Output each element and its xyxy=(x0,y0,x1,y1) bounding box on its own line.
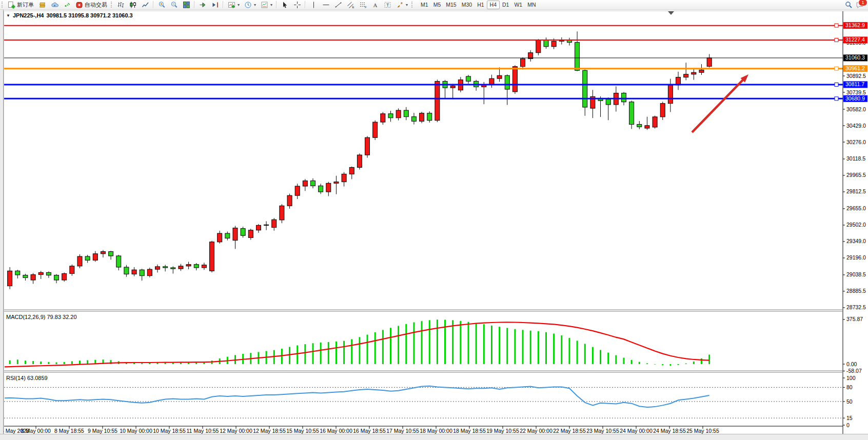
tab-timeframe-mn[interactable]: MN xyxy=(525,1,538,9)
new-order-label: 新订单 xyxy=(17,1,34,9)
candle-up xyxy=(62,274,67,281)
price-tick-label: 28885.5 xyxy=(846,288,866,294)
hline-handle[interactable] xyxy=(835,83,838,86)
candle-down xyxy=(116,256,121,267)
chart-shift-button[interactable] xyxy=(209,1,221,9)
candle-up xyxy=(334,182,339,184)
tab-timeframe-d1[interactable]: D1 xyxy=(500,1,511,9)
toolbar-grip[interactable] xyxy=(111,2,113,8)
arrows-icon xyxy=(396,1,404,9)
text-icon: A xyxy=(371,1,379,9)
candle-down xyxy=(629,102,634,125)
candle-up xyxy=(256,225,261,230)
chat-icon[interactable]: 1 xyxy=(856,1,864,9)
tab-timeframe-m5[interactable]: M5 xyxy=(431,1,444,9)
timeframe-group: M1 M5 M15 M30 H1 H4 D1 W1 MN xyxy=(418,1,538,9)
fibonacci-icon: F xyxy=(359,1,367,9)
tab-timeframe-h1[interactable]: H1 xyxy=(475,1,486,9)
fibonacci-button[interactable]: F xyxy=(357,1,369,9)
price-tick-label: 28732.5 xyxy=(846,304,866,310)
candle-up xyxy=(420,113,424,122)
time-tick-label: 25 May 10:55 xyxy=(686,428,719,434)
tab-timeframe-w1[interactable]: W1 xyxy=(511,1,525,9)
candle-up xyxy=(326,183,331,192)
svg-text:30961.2: 30961.2 xyxy=(845,65,865,71)
toolbar: 新订单 自动交易 xyxy=(0,0,868,10)
hline-handle[interactable] xyxy=(835,38,838,42)
candle-up xyxy=(179,266,183,269)
candle-up xyxy=(497,75,502,78)
ohlc-bars-icon xyxy=(116,1,125,9)
trendline-button[interactable] xyxy=(332,1,344,9)
crosshair-button[interactable] xyxy=(291,1,303,9)
candle-up xyxy=(93,254,97,261)
tile-windows-icon xyxy=(182,1,190,9)
tile-windows-button[interactable] xyxy=(180,1,192,9)
candle-up xyxy=(147,269,152,276)
svg-text:A: A xyxy=(373,2,377,8)
tab-timeframe-h4[interactable]: H4 xyxy=(487,1,500,9)
candlestick-button[interactable] xyxy=(127,1,139,9)
candle-down xyxy=(225,233,230,238)
candle-down xyxy=(466,76,471,81)
vertical-line-button[interactable] xyxy=(307,1,320,9)
zoom-in-button[interactable] xyxy=(155,1,168,9)
ohlc-bars-button[interactable] xyxy=(114,1,127,9)
candle-up xyxy=(155,267,160,269)
time-tick-label: 19 May 10:55 xyxy=(486,428,519,434)
tab-timeframe-m1[interactable]: M1 xyxy=(418,1,431,9)
status-bar xyxy=(0,434,868,440)
periods-button[interactable]: ▾ xyxy=(242,1,258,9)
candle-up xyxy=(101,252,105,254)
price-tick-label: 29038.5 xyxy=(846,271,866,277)
candle-up xyxy=(186,265,191,266)
hline-handle[interactable] xyxy=(835,97,838,101)
new-order-icon xyxy=(7,1,15,9)
cursor-button[interactable] xyxy=(279,1,291,9)
candle-up xyxy=(31,275,35,280)
profile-gold-icon xyxy=(38,1,46,9)
candle-up xyxy=(280,206,284,220)
candle-down xyxy=(544,40,548,47)
line-chart-button[interactable] xyxy=(139,1,151,9)
text-label-button[interactable]: T xyxy=(381,1,393,9)
horizontal-line-button[interactable] xyxy=(320,1,332,9)
autoscroll-button[interactable] xyxy=(196,1,209,9)
candle-up xyxy=(381,114,385,122)
tab-timeframe-m15[interactable]: M15 xyxy=(443,1,459,9)
time-tick-label: 16 May 18:55 xyxy=(353,428,386,434)
svg-text:30680.9: 30680.9 xyxy=(845,95,865,102)
candle-up xyxy=(70,266,74,274)
price-tick-label: 29502.0 xyxy=(846,222,866,228)
time-tick-label: 12 May 00:00 xyxy=(220,428,252,434)
hline-handle[interactable] xyxy=(835,24,838,27)
line-chart-icon xyxy=(141,1,149,9)
toolbar-grip[interactable] xyxy=(411,2,413,8)
arrows-button[interactable]: ▾ xyxy=(393,1,410,9)
templates-button[interactable]: ▾ xyxy=(258,1,274,9)
chart-canvas[interactable]: 31203.030892.530739.530582.030429.030276… xyxy=(0,0,868,440)
candle-down xyxy=(583,70,587,107)
search-icon[interactable] xyxy=(844,1,853,9)
candle-up xyxy=(264,225,269,225)
hline-handle[interactable] xyxy=(835,67,838,70)
new-order-button[interactable]: 新订单 xyxy=(5,1,36,9)
text-button[interactable]: A xyxy=(369,1,381,9)
profile-button[interactable] xyxy=(36,1,48,9)
signals-button[interactable] xyxy=(61,1,73,9)
collapse-icon[interactable]: ▼ xyxy=(6,13,10,18)
price-tick-label: 29655.0 xyxy=(846,205,866,211)
toolbar-grip[interactable] xyxy=(2,2,4,8)
autotrading-button[interactable]: 自动交易 xyxy=(73,1,109,9)
svg-text:F: F xyxy=(365,6,367,9)
zoom-out-button[interactable] xyxy=(168,1,180,9)
indicators-button[interactable]: ▾ xyxy=(225,1,242,9)
equidistant-channel-button[interactable]: E xyxy=(344,1,357,9)
signals-icon xyxy=(63,1,71,9)
candle-up xyxy=(521,58,525,66)
time-tick-label: 16 May 00:00 xyxy=(320,428,352,434)
community-button[interactable] xyxy=(48,1,61,9)
candle-down xyxy=(427,113,432,121)
time-tick-label: 24 May 18:55 xyxy=(653,428,686,434)
tab-timeframe-m30[interactable]: M30 xyxy=(459,1,475,9)
